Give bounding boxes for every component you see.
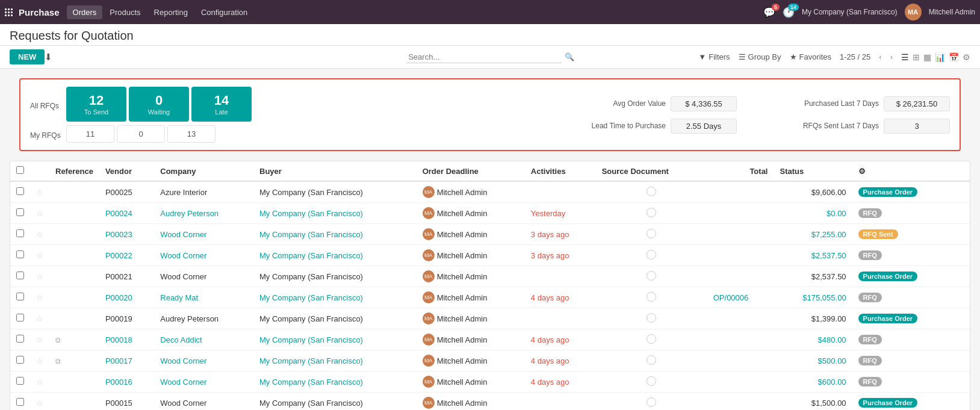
kpi-to-send[interactable]: 12 To Send bbox=[66, 87, 126, 122]
row-checkbox[interactable] bbox=[16, 208, 24, 216]
grid-view-icon[interactable]: ▦ bbox=[923, 52, 931, 62]
clock-button[interactable]: 🕐14 bbox=[783, 7, 795, 18]
row-activities[interactable] bbox=[596, 266, 707, 287]
groupby-button[interactable]: ☰ Group By bbox=[739, 52, 781, 61]
col-settings[interactable]: ⚙ bbox=[852, 161, 953, 181]
new-button[interactable]: NEW bbox=[10, 49, 45, 64]
row-checkbox[interactable] bbox=[16, 229, 24, 237]
status-badge: RFQ bbox=[858, 356, 882, 365]
row-activities[interactable] bbox=[596, 181, 707, 203]
row-activities[interactable] bbox=[596, 393, 707, 411]
row-company[interactable]: My Company (San Francisco) bbox=[253, 371, 417, 393]
row-checkbox[interactable] bbox=[16, 187, 24, 195]
row-reference[interactable]: P00016 bbox=[99, 371, 154, 393]
row-vendor[interactable]: Wood Corner bbox=[154, 245, 253, 266]
activity-icon[interactable] bbox=[647, 292, 656, 302]
row-company[interactable]: My Company (San Francisco) bbox=[253, 329, 417, 350]
row-activities[interactable] bbox=[596, 203, 707, 224]
row-star-cell[interactable]: ☆ bbox=[30, 329, 49, 350]
nav-reporting[interactable]: Reporting bbox=[148, 5, 194, 19]
settings-view-icon[interactable]: ⚙ bbox=[963, 52, 970, 62]
row-activities[interactable] bbox=[596, 287, 707, 308]
row-reference[interactable]: P00017 bbox=[99, 350, 154, 371]
row-company[interactable]: My Company (San Francisco) bbox=[253, 245, 417, 266]
next-page[interactable]: › bbox=[890, 52, 893, 61]
export-button[interactable]: ⬇ bbox=[45, 52, 52, 63]
activity-icon[interactable] bbox=[647, 208, 656, 217]
activity-icon[interactable] bbox=[647, 229, 656, 238]
row-company[interactable]: My Company (San Francisco) bbox=[253, 350, 417, 371]
kpi-late[interactable]: 14 Late bbox=[191, 87, 252, 122]
row-star-cell[interactable]: ☆ bbox=[30, 287, 49, 308]
kanban-view-icon[interactable]: ⊞ bbox=[913, 52, 920, 62]
row-company[interactable]: My Company (San Francisco) bbox=[253, 224, 417, 245]
prev-page[interactable]: ‹ bbox=[879, 52, 881, 61]
row-checkbox[interactable] bbox=[16, 250, 24, 258]
row-company[interactable]: My Company (San Francisco) bbox=[253, 203, 417, 224]
row-star-cell[interactable]: ☆ bbox=[30, 371, 49, 393]
row-vendor[interactable]: Ready Mat bbox=[154, 287, 253, 308]
nav-orders[interactable]: Orders bbox=[67, 5, 103, 19]
row-checkbox[interactable] bbox=[16, 272, 24, 279]
row-activities[interactable] bbox=[596, 224, 707, 245]
row-checkbox[interactable] bbox=[16, 335, 24, 343]
row-reference[interactable]: P00023 bbox=[99, 224, 154, 245]
row-checkbox[interactable] bbox=[16, 356, 24, 364]
row-star-cell[interactable]: ☆ bbox=[30, 308, 49, 329]
row-star-cell[interactable]: ☆ bbox=[30, 266, 49, 287]
row-deadline bbox=[525, 266, 596, 287]
activity-icon[interactable] bbox=[647, 397, 656, 407]
filters-button[interactable]: ▼ Filters bbox=[698, 52, 730, 61]
row-star-cell[interactable]: ☆ bbox=[30, 393, 49, 411]
select-all-checkbox[interactable] bbox=[16, 166, 24, 174]
nav-products[interactable]: Products bbox=[104, 5, 146, 19]
row-vendor[interactable]: Wood Corner bbox=[154, 350, 253, 371]
nav-configuration[interactable]: Configuration bbox=[195, 5, 253, 19]
activity-icon[interactable] bbox=[647, 334, 656, 344]
row-star-cell[interactable]: ☆ bbox=[30, 203, 49, 224]
search-input[interactable] bbox=[406, 51, 562, 63]
row-company[interactable]: My Company (San Francisco) bbox=[253, 287, 417, 308]
row-activities[interactable] bbox=[596, 329, 707, 350]
activity-icon[interactable] bbox=[647, 376, 656, 386]
row-vendor[interactable]: Deco Addict bbox=[154, 329, 253, 350]
row-checkbox[interactable] bbox=[16, 377, 24, 385]
chart-view-icon[interactable]: 📊 bbox=[935, 52, 945, 62]
activity-icon[interactable] bbox=[647, 187, 656, 196]
row-vendor[interactable]: Wood Corner bbox=[154, 371, 253, 393]
row-reference[interactable]: P00022 bbox=[99, 245, 154, 266]
chat-button[interactable]: 💬5 bbox=[763, 7, 775, 18]
row-checkbox[interactable] bbox=[16, 398, 24, 406]
row-star-cell[interactable]: ☆ bbox=[30, 224, 49, 245]
table-row: ☆ P00024 Audrey Peterson My Company (San… bbox=[10, 203, 970, 224]
row-star-cell[interactable]: ☆ bbox=[30, 350, 49, 371]
activity-icon[interactable] bbox=[647, 271, 656, 281]
activity-icon[interactable] bbox=[647, 355, 656, 365]
status-badge: Purchase Order bbox=[858, 398, 918, 408]
activity-icon[interactable] bbox=[647, 313, 656, 323]
brand[interactable]: Purchase bbox=[5, 7, 60, 17]
row-activities[interactable] bbox=[596, 350, 707, 371]
row-reference[interactable]: P00024 bbox=[99, 203, 154, 224]
kpi-waiting[interactable]: 0 Waiting bbox=[129, 87, 189, 122]
row-checkbox[interactable] bbox=[16, 293, 24, 300]
activity-icon[interactable] bbox=[647, 250, 656, 259]
row-vendor[interactable]: Wood Corner bbox=[154, 224, 253, 245]
buyer-avatar: MA bbox=[423, 207, 435, 219]
row-vendor[interactable]: Audrey Peterson bbox=[154, 203, 253, 224]
calendar-view-icon[interactable]: 📅 bbox=[949, 52, 959, 62]
buyer-name: Mitchell Admin bbox=[437, 356, 488, 365]
row-star-cell[interactable]: ☆ bbox=[30, 181, 49, 203]
row-activities[interactable] bbox=[596, 245, 707, 266]
row-activities[interactable] bbox=[596, 308, 707, 329]
table-container: Reference Vendor Company Buyer Order Dea… bbox=[10, 161, 970, 410]
favorites-button[interactable]: ★ Favorites bbox=[790, 52, 831, 61]
row-checkbox[interactable] bbox=[16, 314, 24, 321]
list-view-icon[interactable]: ☰ bbox=[901, 52, 909, 62]
avatar[interactable]: MA bbox=[905, 4, 922, 20]
row-reference[interactable]: P00020 bbox=[99, 287, 154, 308]
table-row: ☆ P00025 Azure Interior My Company (San … bbox=[10, 181, 970, 203]
row-reference[interactable]: P00018 bbox=[99, 329, 154, 350]
row-star-cell[interactable]: ☆ bbox=[30, 245, 49, 266]
row-activities[interactable] bbox=[596, 371, 707, 393]
